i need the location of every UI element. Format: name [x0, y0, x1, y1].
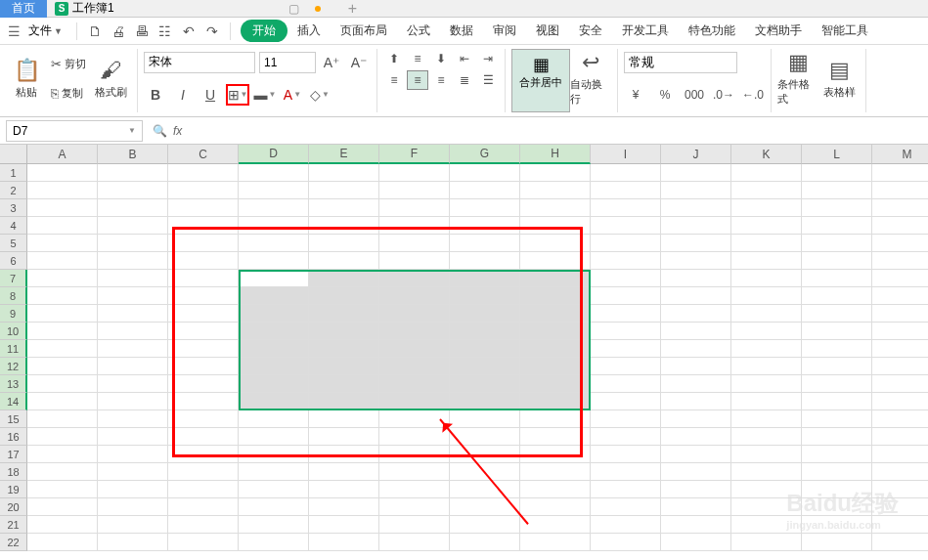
cell-C9[interactable] [168, 305, 239, 323]
cell-F18[interactable] [379, 463, 450, 481]
cell-D6[interactable] [239, 252, 309, 270]
cell-F17[interactable] [379, 446, 450, 463]
cell-B15[interactable] [98, 410, 168, 428]
cell-F7[interactable] [379, 270, 450, 287]
cell-F21[interactable] [379, 516, 450, 534]
tab-review[interactable]: 审阅 [483, 19, 526, 43]
cell-G9[interactable] [450, 305, 520, 323]
cell-I20[interactable] [591, 498, 661, 516]
cell-B5[interactable] [98, 235, 168, 252]
cell-D4[interactable] [239, 217, 309, 235]
cell-I1[interactable] [591, 164, 661, 182]
cell-I2[interactable] [591, 182, 661, 199]
cell-C1[interactable] [168, 164, 239, 182]
tab-insert[interactable]: 插入 [287, 19, 331, 43]
cell-M19[interactable] [872, 481, 928, 498]
cell-K17[interactable] [731, 446, 802, 463]
fx-search-icon[interactable]: 🔍 [153, 124, 167, 138]
indent-increase-button[interactable]: ⇥ [477, 49, 499, 68]
cell-I5[interactable] [591, 235, 661, 252]
wrap-text-button[interactable]: ↩ 自动换行 [570, 49, 611, 108]
cell-I7[interactable] [591, 270, 661, 287]
cell-E8[interactable] [309, 287, 379, 305]
row-header-13[interactable]: 13 [0, 375, 27, 393]
align-right-button[interactable]: ≡ [430, 70, 452, 90]
distribute-button[interactable]: ☰ [477, 70, 499, 90]
cell-A21[interactable] [27, 516, 98, 534]
cell-K7[interactable] [731, 270, 802, 287]
row-header-6[interactable]: 6 [0, 252, 27, 270]
cell-F22[interactable] [379, 534, 450, 551]
cell-J13[interactable] [661, 375, 731, 393]
cell-F3[interactable] [379, 199, 450, 217]
cell-C11[interactable] [168, 340, 239, 358]
row-header-20[interactable]: 20 [0, 498, 27, 516]
row-header-15[interactable]: 15 [0, 410, 27, 428]
cell-C14[interactable] [168, 393, 239, 410]
highlight-button[interactable]: ◇▼ [308, 84, 331, 106]
cell-G12[interactable] [450, 358, 520, 375]
cell-M14[interactable] [872, 393, 928, 410]
cell-M10[interactable] [872, 323, 928, 340]
row-header-4[interactable]: 4 [0, 217, 27, 235]
formula-input[interactable] [192, 120, 928, 142]
cell-D2[interactable] [239, 182, 309, 199]
cell-E20[interactable] [309, 498, 379, 516]
row-header-16[interactable]: 16 [0, 428, 27, 446]
cell-K1[interactable] [731, 164, 802, 182]
save-icon[interactable]: 🗋 [86, 22, 104, 40]
col-header-M[interactable]: M [872, 145, 928, 164]
paste-button[interactable]: 📋 粘贴 [6, 49, 47, 108]
cell-C13[interactable] [168, 375, 239, 393]
cell-K14[interactable] [731, 393, 802, 410]
cell-K11[interactable] [731, 340, 802, 358]
tab-start[interactable]: 开始 [241, 20, 287, 42]
row-header-5[interactable]: 5 [0, 235, 27, 252]
cell-D12[interactable] [239, 358, 309, 375]
cell-C21[interactable] [168, 516, 239, 534]
cell-H3[interactable] [520, 199, 591, 217]
cell-F4[interactable] [379, 217, 450, 235]
cell-J18[interactable] [661, 463, 731, 481]
cell-B9[interactable] [98, 305, 168, 323]
cell-G19[interactable] [450, 481, 520, 498]
cell-L20[interactable] [802, 498, 872, 516]
cell-K3[interactable] [731, 199, 802, 217]
tab-security[interactable]: 安全 [569, 19, 612, 43]
cell-K9[interactable] [731, 305, 802, 323]
cell-B2[interactable] [98, 182, 168, 199]
tab-features[interactable]: 特色功能 [679, 19, 745, 43]
cell-B7[interactable] [98, 270, 168, 287]
row-header-7[interactable]: 7 [0, 270, 27, 287]
cell-G6[interactable] [450, 252, 520, 270]
justify-button[interactable]: ≣ [454, 70, 475, 90]
export-icon[interactable]: ☷ [156, 22, 174, 40]
cell-B3[interactable] [98, 199, 168, 217]
cell-E22[interactable] [309, 534, 379, 551]
cell-M21[interactable] [872, 516, 928, 534]
cell-G13[interactable] [450, 375, 520, 393]
cell-H18[interactable] [520, 463, 591, 481]
cell-D1[interactable] [239, 164, 309, 182]
font-color-button[interactable]: A▼ [281, 84, 304, 106]
col-header-J[interactable]: J [661, 145, 731, 164]
workbook-tab[interactable]: S 工作簿1 [47, 0, 122, 18]
cell-B22[interactable] [98, 534, 168, 551]
cell-K18[interactable] [731, 463, 802, 481]
cell-M3[interactable] [872, 199, 928, 217]
cell-F13[interactable] [379, 375, 450, 393]
cell-H19[interactable] [520, 481, 591, 498]
cell-J2[interactable] [661, 182, 731, 199]
cell-C10[interactable] [168, 323, 239, 340]
number-format-select[interactable] [624, 52, 737, 73]
row-header-21[interactable]: 21 [0, 516, 27, 534]
cell-J21[interactable] [661, 516, 731, 534]
row-header-2[interactable]: 2 [0, 182, 27, 199]
cell-G7[interactable] [450, 270, 520, 287]
cell-J10[interactable] [661, 323, 731, 340]
cell-A10[interactable] [27, 323, 98, 340]
print-icon[interactable]: 🖶 [133, 22, 151, 40]
cell-L14[interactable] [802, 393, 872, 410]
cell-M6[interactable] [872, 252, 928, 270]
cell-E3[interactable] [309, 199, 379, 217]
